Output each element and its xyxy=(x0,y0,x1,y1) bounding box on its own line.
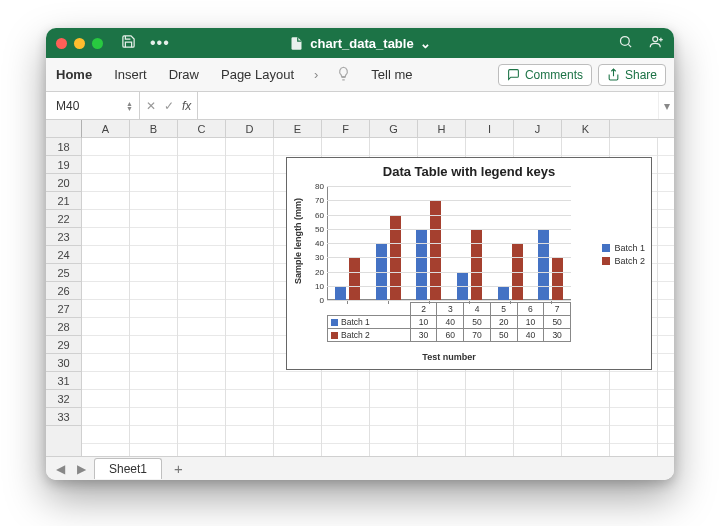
share-label: Share xyxy=(625,68,657,82)
namebox-spinner[interactable]: ▲▼ xyxy=(126,101,133,111)
sheet-tab-active[interactable]: Sheet1 xyxy=(94,458,162,479)
column-header[interactable]: A xyxy=(82,120,130,137)
row-header[interactable]: 23 xyxy=(46,228,81,246)
y-tick-label: 10 xyxy=(309,281,327,290)
overflow-chevron-icon[interactable]: › xyxy=(314,67,318,82)
column-header[interactable]: B xyxy=(130,120,178,137)
table-cell: 50 xyxy=(490,329,517,342)
legend-key-icon xyxy=(602,257,610,265)
more-icon[interactable]: ••• xyxy=(150,34,170,53)
column-header[interactable]: F xyxy=(322,120,370,137)
row-header[interactable]: 21 xyxy=(46,192,81,210)
sheet-tab-bar: ◀ ▶ Sheet1 + xyxy=(46,456,674,480)
table-series-label: Batch 2 xyxy=(328,329,411,342)
tab-draw[interactable]: Draw xyxy=(167,63,201,86)
row-header[interactable]: 32 xyxy=(46,390,81,408)
row-header[interactable]: 19 xyxy=(46,156,81,174)
svg-line-1 xyxy=(628,44,631,47)
comments-button[interactable]: Comments xyxy=(498,64,592,86)
embedded-chart[interactable]: Data Table with legend keys Sample lengt… xyxy=(286,157,652,370)
add-sheet-button[interactable]: + xyxy=(166,460,191,477)
ribbon: Home Insert Draw Page Layout › Tell me C… xyxy=(46,58,674,92)
table-cell: 50 xyxy=(464,316,491,329)
table-cell: 60 xyxy=(437,329,464,342)
minimize-window-button[interactable] xyxy=(74,38,85,49)
y-axis-label: Sample length (mm) xyxy=(293,182,303,299)
table-cell: 50 xyxy=(544,316,571,329)
bar xyxy=(349,257,360,300)
row-header[interactable]: 25 xyxy=(46,264,81,282)
row-header[interactable]: 22 xyxy=(46,210,81,228)
y-tick-label: 30 xyxy=(309,253,327,262)
tell-me[interactable]: Tell me xyxy=(369,63,414,86)
tab-home[interactable]: Home xyxy=(54,63,94,86)
fx-icon[interactable]: fx xyxy=(182,99,191,113)
table-category-header: 2 xyxy=(410,303,437,316)
column-header[interactable]: C xyxy=(178,120,226,137)
comments-label: Comments xyxy=(525,68,583,82)
row-headers: 18192021222324252627282930313233 xyxy=(46,138,82,456)
bar xyxy=(552,257,563,300)
table-cell: 10 xyxy=(517,316,544,329)
accept-formula-icon[interactable]: ✓ xyxy=(164,99,174,113)
row-header[interactable]: 27 xyxy=(46,300,81,318)
row-header[interactable]: 31 xyxy=(46,372,81,390)
row-header[interactable]: 18 xyxy=(46,138,81,156)
column-header[interactable]: J xyxy=(514,120,562,137)
bar xyxy=(498,286,509,300)
file-icon xyxy=(289,36,304,51)
bar xyxy=(538,229,549,300)
lightbulb-icon xyxy=(336,66,351,84)
row-header[interactable]: 28 xyxy=(46,318,81,336)
tab-nav-prev-icon[interactable]: ◀ xyxy=(52,462,69,476)
tab-page-layout[interactable]: Page Layout xyxy=(219,63,296,86)
y-tick-label: 40 xyxy=(309,239,327,248)
cell-reference: M40 xyxy=(56,99,79,113)
select-all-corner[interactable] xyxy=(46,120,82,138)
expand-formula-bar-icon[interactable]: ▾ xyxy=(658,92,674,119)
table-category-header: 5 xyxy=(490,303,517,316)
zoom-window-button[interactable] xyxy=(92,38,103,49)
chart-legend: Batch 1 Batch 2 xyxy=(602,240,645,269)
table-cell: 40 xyxy=(437,316,464,329)
chart-data-table: 234567Batch 1104050201050Batch 230607050… xyxy=(327,302,571,342)
column-header[interactable]: G xyxy=(370,120,418,137)
table-cell: 10 xyxy=(410,316,437,329)
column-header[interactable]: I xyxy=(466,120,514,137)
y-tick-label: 50 xyxy=(309,224,327,233)
column-headers: ABCDEFGHIJK xyxy=(82,120,674,138)
row-header[interactable]: 33 xyxy=(46,408,81,426)
chevron-down-icon[interactable]: ⌄ xyxy=(420,36,431,51)
svg-point-0 xyxy=(621,36,630,45)
bar xyxy=(335,286,346,300)
x-axis-label: Test number xyxy=(327,352,571,362)
row-header[interactable]: 26 xyxy=(46,282,81,300)
name-box[interactable]: M40 ▲▼ xyxy=(46,92,140,119)
row-header[interactable]: 30 xyxy=(46,354,81,372)
document-title: chart_data_table xyxy=(310,36,413,51)
table-category-header: 3 xyxy=(437,303,464,316)
quick-access: ••• xyxy=(121,34,170,53)
column-header[interactable]: D xyxy=(226,120,274,137)
tab-insert[interactable]: Insert xyxy=(112,63,149,86)
share-person-icon[interactable] xyxy=(649,34,664,53)
chart-title: Data Table with legend keys xyxy=(287,164,651,179)
table-cell: 40 xyxy=(517,329,544,342)
close-window-button[interactable] xyxy=(56,38,67,49)
table-cell: 30 xyxy=(410,329,437,342)
column-header[interactable]: E xyxy=(274,120,322,137)
search-icon[interactable] xyxy=(618,34,633,53)
column-header[interactable]: H xyxy=(418,120,466,137)
row-header[interactable]: 24 xyxy=(46,246,81,264)
formula-input[interactable] xyxy=(198,92,658,119)
tab-nav-next-icon[interactable]: ▶ xyxy=(73,462,90,476)
share-button[interactable]: Share xyxy=(598,64,666,86)
row-header[interactable]: 29 xyxy=(46,336,81,354)
svg-point-2 xyxy=(653,36,658,41)
column-header[interactable]: K xyxy=(562,120,610,137)
cancel-formula-icon[interactable]: ✕ xyxy=(146,99,156,113)
row-header[interactable]: 20 xyxy=(46,174,81,192)
cell-grid[interactable]: Data Table with legend keys Sample lengt… xyxy=(82,138,674,456)
save-icon[interactable] xyxy=(121,34,136,53)
legend-item: Batch 1 xyxy=(602,243,645,253)
